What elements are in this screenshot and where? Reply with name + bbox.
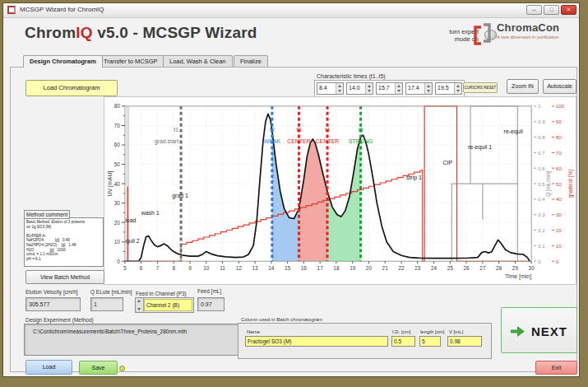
x-tick-label: 15 — [285, 265, 291, 271]
feed-channel-label: Feed in Channel (P3) — [136, 291, 187, 296]
cursor-label: t1 — [174, 127, 178, 133]
elution-velocity-label: Elution Velocity [cm/h] — [25, 289, 78, 295]
column-header-length: length [cm] — [420, 329, 444, 334]
gradient-tick-label: 100 — [556, 104, 565, 109]
phase-label: wash 1 — [141, 210, 160, 216]
q-axis-title: Q [mL/min] — [545, 170, 552, 197]
column-table-label: Column used in Batch chromatogram — [239, 317, 324, 322]
feed-volume-field: 0.97 — [197, 297, 225, 311]
characteristic-times-label: Characteristic times (t1..t5) — [317, 73, 386, 79]
gradient-tick-label: 80 — [556, 135, 562, 140]
column-name-cell[interactable]: Fractogel SO3 (M) — [245, 336, 388, 347]
x-tick-label: 16 — [301, 265, 308, 271]
gradient-tick-label: 90 — [556, 119, 562, 124]
app-icon — [7, 6, 16, 14]
design-experiment-label: Design Experiment (Method) — [25, 317, 94, 323]
column-header-name: Name — [247, 329, 260, 334]
x-tick-label: 30 — [529, 265, 535, 271]
x-tick-label: 24 — [431, 265, 438, 271]
x-tick-label: 12 — [236, 265, 243, 271]
feed-channel-select[interactable]: Channel 2 (B) — [135, 297, 194, 313]
x-tick-label: 21 — [382, 265, 389, 271]
column-header-id: I.D. [cm] — [392, 329, 410, 334]
column-length-cell[interactable]: 5 — [419, 336, 441, 347]
gradient-tick-label: 10 — [556, 244, 562, 249]
tab-design-chromatogram[interactable]: Design Chromatogram — [23, 55, 103, 68]
method-comment-text: Basic Method: Elution of 3 proteins on 1… — [24, 217, 104, 267]
q-tick-label: 1 — [538, 104, 541, 109]
column-volume-cell[interactable]: 0.98 — [447, 336, 482, 347]
spinner-icon[interactable] — [136, 298, 144, 312]
time-t5-spinbox[interactable]: 19.5 — [435, 82, 462, 95]
app-window: MCSGP Wizard for ChromIQ – □ × ChromIQ v… — [2, 2, 580, 377]
exit-button[interactable]: Exit — [535, 361, 577, 375]
spinner-icon[interactable] — [336, 83, 343, 94]
cursor-label: STRONG — [349, 138, 373, 144]
q-elute-field: 1 — [90, 297, 123, 311]
autoscale-button[interactable]: Autoscale — [543, 79, 576, 94]
x-tick-label: 20 — [366, 265, 373, 271]
x-tick-label: 29 — [512, 265, 519, 271]
cursor-label: WEAK — [264, 138, 281, 144]
maximize-button[interactable]: □ — [544, 5, 559, 15]
q-tick-label: 0.5 — [538, 182, 545, 187]
uv-tick-label: 50 — [114, 161, 121, 167]
x-tick-label: 14 — [268, 265, 275, 271]
tab-finalize[interactable]: Finalize — [234, 55, 268, 67]
method-comment-label: Method comment — [24, 210, 70, 219]
time-t1-spinbox[interactable]: 8.4 — [317, 82, 344, 95]
app-title: ChromIQ v5.0 - MCSGP Wizard — [25, 24, 257, 42]
time-t4-spinbox[interactable]: 17.4 — [405, 82, 433, 95]
minimize-button[interactable]: – — [526, 5, 542, 15]
tab-load-wash-clean[interactable]: Load, Wash & Clean — [163, 55, 233, 67]
view-batch-method-button[interactable]: View Batch Method — [25, 270, 104, 284]
x-tick-label: 10 — [203, 265, 210, 271]
phase-label: CIP — [442, 160, 452, 166]
x-tick-label: 11 — [220, 265, 225, 271]
uv-tick-label: 20 — [114, 220, 121, 226]
spinner-icon[interactable] — [424, 83, 432, 94]
time-t2-spinbox[interactable]: 14.0 — [346, 82, 373, 95]
feed-volume-label: Feed [mL] — [197, 288, 221, 294]
phase-label: grad 1 — [172, 193, 188, 199]
phase-label: strip 1 — [406, 175, 422, 181]
next-arrow-icon — [511, 326, 525, 337]
x-tick-label: 26 — [463, 265, 470, 271]
gradient-tick-label: 60 — [556, 166, 562, 171]
q-tick-label: 0.6 — [538, 166, 545, 171]
x-tick-label: 6 — [140, 265, 143, 271]
uv-tick-label: 60 — [114, 142, 121, 147]
brand-rest: v5.0 - MCSGP Wizard — [93, 24, 257, 41]
x-tick-label: 25 — [447, 265, 454, 271]
spinner-icon[interactable] — [365, 83, 373, 94]
q-elute-label: Q ELute [mL/min] — [90, 289, 132, 295]
save-button[interactable]: Save — [79, 361, 118, 375]
column-header-volume: V [mL] — [449, 329, 463, 334]
spinner-icon[interactable] — [395, 83, 402, 94]
cursor-label: t3 — [297, 127, 302, 133]
gradient-axis-title: gradient [%] — [567, 170, 574, 198]
x-tick-label: 19 — [350, 265, 356, 271]
uv-tick-label: 70 — [114, 123, 121, 128]
q-tick-label: 0.2 — [538, 228, 545, 233]
title-bar: MCSGP Wizard for ChromIQ – □ × — [3, 3, 579, 18]
brand-iq: IQ — [76, 24, 92, 41]
column-id-cell[interactable]: 0.5 — [391, 336, 415, 347]
gradient-tick-label: 30 — [556, 212, 562, 217]
cursor-label: CENTER — [287, 138, 311, 144]
time-t3-spinbox[interactable]: 15.7 — [376, 82, 403, 95]
next-button[interactable]: NEXT — [501, 307, 577, 353]
tab-transfer-to-mcsgp[interactable]: Transfer to MCSGP — [97, 55, 164, 67]
phase-label: re-equil — [504, 128, 524, 135]
spinner-icon[interactable] — [454, 83, 461, 94]
gradient-tick-label: 0 — [556, 259, 559, 264]
load-button[interactable]: Load — [25, 360, 72, 375]
phase-label: re-equil 1 — [468, 144, 492, 151]
cursors-reset-button[interactable]: CURSORS RESET — [463, 82, 498, 93]
load-chromatogram-button[interactable]: Load Chromatogram — [25, 80, 118, 96]
close-button[interactable]: × — [561, 5, 576, 15]
cursor-label: CENTER — [316, 138, 340, 144]
x-tick-label: 18 — [333, 265, 340, 271]
zoom-in-button[interactable]: Zoom IN — [507, 79, 539, 94]
status-led — [119, 366, 125, 371]
